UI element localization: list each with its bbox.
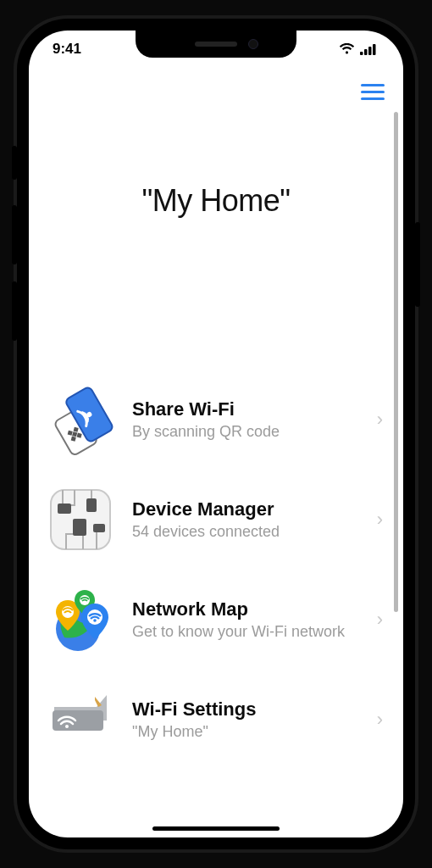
side-button bbox=[12, 146, 17, 180]
svg-point-23 bbox=[65, 725, 69, 728]
notch bbox=[136, 31, 296, 58]
list-item-subtitle: 54 devices connected bbox=[132, 522, 362, 542]
menu-icon bbox=[361, 84, 385, 86]
svg-rect-1 bbox=[364, 49, 368, 55]
network-map-icon bbox=[44, 583, 117, 656]
nav-bar bbox=[29, 68, 403, 115]
screen: 9:41 "My Home" bbox=[29, 31, 403, 837]
hero: "My Home" bbox=[29, 115, 403, 370]
status-time: 9:41 bbox=[53, 41, 81, 58]
home-indicator[interactable] bbox=[152, 826, 280, 831]
list-item-title: Wi-Fi Settings bbox=[132, 698, 362, 721]
device-manager-icon bbox=[44, 483, 117, 556]
svg-rect-3 bbox=[373, 44, 376, 55]
wifi-icon bbox=[339, 43, 355, 55]
chevron-right-icon: › bbox=[377, 409, 383, 431]
svg-rect-15 bbox=[73, 519, 86, 536]
page-title: "My Home" bbox=[141, 183, 290, 219]
wifi-settings-icon bbox=[44, 683, 117, 756]
cellular-icon bbox=[360, 44, 376, 55]
list-item-title: Device Manager bbox=[132, 498, 362, 520]
chevron-right-icon: › bbox=[377, 509, 383, 531]
front-camera bbox=[248, 39, 258, 49]
list-item-share-wifi[interactable]: Share Wi-Fi By scanning QR code › bbox=[32, 370, 400, 470]
volume-down-button bbox=[12, 281, 17, 341]
list-item-device-manager[interactable]: Device Manager 54 devices connected › bbox=[32, 470, 400, 570]
menu-button[interactable] bbox=[361, 80, 385, 103]
speaker bbox=[195, 42, 237, 47]
svg-point-21 bbox=[93, 619, 97, 622]
svg-rect-2 bbox=[368, 47, 372, 55]
svg-rect-14 bbox=[86, 498, 97, 512]
volume-up-button bbox=[12, 205, 17, 264]
power-button bbox=[415, 222, 420, 307]
scroll-indicator[interactable] bbox=[394, 112, 398, 612]
chevron-right-icon: › bbox=[377, 609, 383, 631]
list-item-subtitle: By scanning QR code bbox=[132, 422, 362, 442]
phone-frame: 9:41 "My Home" bbox=[17, 19, 415, 849]
list-item-wifi-settings[interactable]: Wi-Fi Settings "My Home" › bbox=[32, 670, 400, 756]
chevron-right-icon: › bbox=[377, 709, 383, 731]
svg-rect-16 bbox=[93, 524, 105, 532]
menu-list: Share Wi-Fi By scanning QR code › bbox=[29, 370, 403, 756]
status-right bbox=[339, 43, 376, 55]
list-item-title: Share Wi-Fi bbox=[132, 398, 362, 420]
list-item-subtitle: "My Home" bbox=[132, 722, 362, 742]
svg-rect-13 bbox=[58, 504, 71, 514]
list-item-title: Network Map bbox=[132, 598, 362, 620]
share-wifi-icon bbox=[44, 383, 117, 456]
svg-rect-22 bbox=[53, 710, 103, 731]
list-item-network-map[interactable]: Network Map Get to know your Wi-Fi netwo… bbox=[32, 570, 400, 670]
list-item-subtitle: Get to know your Wi-Fi network bbox=[132, 622, 362, 642]
svg-rect-0 bbox=[360, 52, 363, 55]
